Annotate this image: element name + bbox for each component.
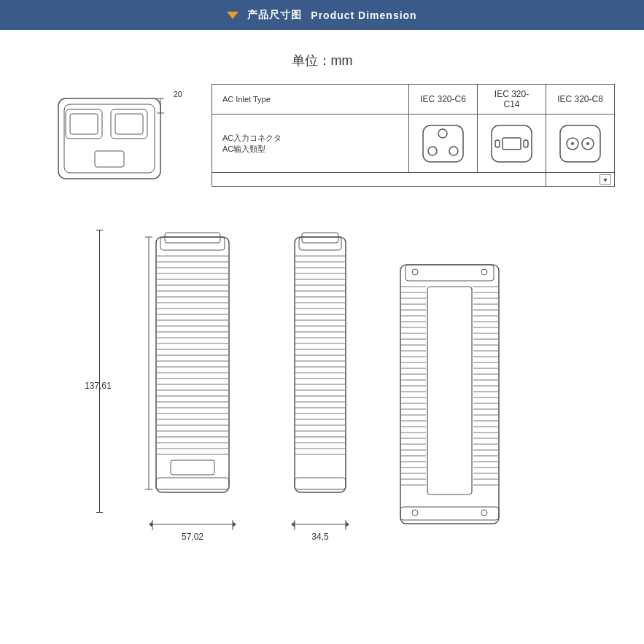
svg-rect-61 bbox=[171, 460, 214, 475]
unit-label: 单位：mm bbox=[29, 52, 615, 69]
bottom-section: 137,61 bbox=[29, 230, 615, 542]
svg-rect-73 bbox=[302, 233, 338, 243]
side-view-container: 34,5 bbox=[280, 230, 360, 542]
svg-point-191 bbox=[481, 510, 487, 516]
front-width-dim: 57,02 bbox=[149, 517, 236, 542]
svg-rect-15 bbox=[503, 138, 521, 150]
svg-rect-3 bbox=[70, 114, 98, 134]
header-cn-label: 产品尺寸图 bbox=[247, 9, 302, 22]
connector-c6-svg bbox=[419, 122, 467, 166]
side-width-arrow-svg bbox=[291, 517, 349, 532]
svg-marker-111 bbox=[291, 521, 295, 527]
connector-c6-cell bbox=[409, 115, 478, 173]
svg-point-118 bbox=[481, 269, 487, 275]
connector-c8-svg bbox=[556, 122, 604, 166]
small-side-view: 20 bbox=[44, 84, 190, 208]
svg-marker-67 bbox=[149, 521, 152, 527]
page-header: 产品尺寸图 Product Dimension bbox=[0, 0, 644, 30]
header-arrow-icon bbox=[227, 12, 238, 19]
svg-rect-109 bbox=[295, 478, 346, 489]
connector-label: AC入力コネクタ AC输入類型 bbox=[212, 115, 409, 173]
width-arrow-svg bbox=[149, 517, 236, 532]
svg-rect-62 bbox=[156, 478, 229, 489]
connector-c14-cell bbox=[478, 115, 546, 173]
svg-rect-10 bbox=[423, 125, 463, 162]
svg-marker-112 bbox=[346, 521, 349, 527]
height-dim-label: 137,61 bbox=[85, 381, 112, 391]
svg-point-117 bbox=[412, 269, 418, 275]
svg-rect-24 bbox=[160, 237, 225, 250]
svg-rect-25 bbox=[165, 233, 220, 243]
svg-rect-6 bbox=[95, 151, 124, 167]
connector-c8-cell bbox=[546, 115, 615, 173]
svg-rect-16 bbox=[495, 140, 500, 147]
header-en-label: Product Dimension bbox=[311, 9, 416, 21]
front-view-svg bbox=[134, 230, 251, 514]
front-view-container: 137,61 bbox=[134, 230, 251, 542]
side-width-dim: 34,5 bbox=[291, 517, 349, 542]
svg-rect-189 bbox=[427, 287, 472, 494]
svg-rect-116 bbox=[406, 265, 494, 281]
svg-point-12 bbox=[428, 147, 437, 155]
dim-20-label: 20 bbox=[174, 90, 182, 98]
svg-marker-68 bbox=[233, 521, 236, 527]
svg-rect-192 bbox=[400, 507, 499, 520]
front-width-label: 57,02 bbox=[182, 532, 203, 542]
top-section: 20 AC Inlet T bbox=[29, 84, 615, 208]
svg-rect-5 bbox=[115, 114, 143, 134]
rear-view-svg bbox=[389, 257, 510, 542]
svg-rect-14 bbox=[492, 125, 532, 162]
product-type-table: AC Inlet Type IEC 320-C6 IEC 320-C14 IEC… bbox=[212, 84, 615, 187]
svg-point-190 bbox=[412, 510, 418, 516]
svg-rect-23 bbox=[156, 237, 229, 492]
main-content: 单位：mm 20 bbox=[0, 30, 644, 556]
col-iec-c14: IEC 320-C14 bbox=[478, 85, 546, 115]
side-view-svg bbox=[280, 230, 360, 514]
svg-rect-17 bbox=[524, 140, 528, 147]
col-iec-c8: IEC 320-C8 bbox=[546, 85, 615, 115]
svg-point-13 bbox=[449, 147, 458, 155]
ac-inlet-label: AC Inlet Type bbox=[212, 85, 409, 115]
svg-rect-72 bbox=[299, 237, 341, 250]
table-dropdown-icon[interactable]: ▼ bbox=[600, 174, 611, 185]
svg-rect-71 bbox=[295, 237, 346, 492]
svg-point-22 bbox=[586, 142, 589, 145]
side-width-label: 34,5 bbox=[311, 532, 328, 542]
small-view-svg bbox=[44, 84, 190, 201]
svg-point-21 bbox=[571, 142, 574, 145]
svg-point-11 bbox=[438, 129, 447, 138]
col-iec-c6: IEC 320-C6 bbox=[409, 85, 478, 115]
connector-c14-svg bbox=[488, 122, 535, 166]
rear-view-container bbox=[389, 257, 510, 542]
